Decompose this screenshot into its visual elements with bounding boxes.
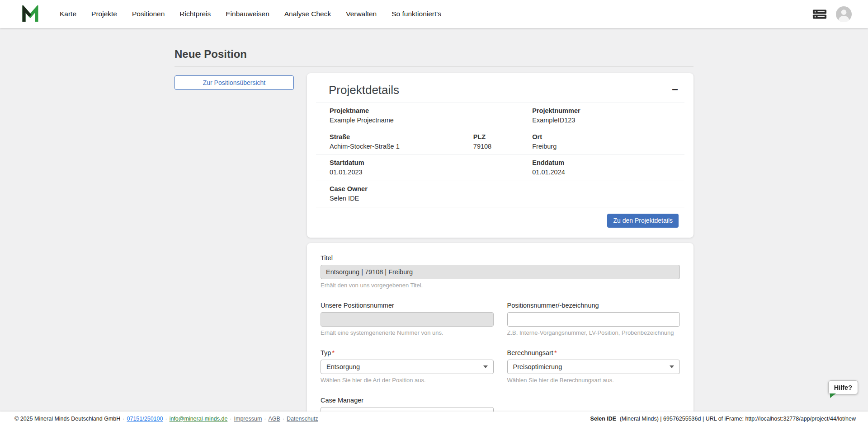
right-column: Projektdetails − Projektname Example Pro… — [307, 73, 693, 412]
positionsnummer-input[interactable] — [507, 312, 680, 327]
position-form-card: Titel Erhält den von uns vorgegebenen Ti… — [307, 243, 693, 412]
to-project-details-button[interactable]: Zu den Projektdetails — [607, 214, 679, 228]
berechnungsart-label: Berechnungsart* — [507, 349, 680, 356]
berechnungsart-group: Berechnungsart* Preisoptimierung Wählen … — [507, 349, 680, 384]
footer-separator: · — [283, 416, 284, 422]
email-link[interactable]: info@mineral-minds.de — [170, 416, 228, 422]
field-ort: Ort Freiburg — [519, 129, 684, 155]
typ-hint: Wählen Sie hier die Art der Position aus… — [321, 377, 494, 384]
field-plz: PLZ 79108 — [460, 129, 519, 155]
help-button[interactable]: Hilfe? — [828, 380, 858, 394]
case-manager-input[interactable] — [321, 407, 494, 412]
nav-item-projekte[interactable]: Projekte — [91, 10, 117, 18]
case-manager-label: Case Manager — [321, 397, 494, 404]
field-projektname: Projektname Example Projectname — [316, 103, 519, 129]
nav-item-so-funktionierts[interactable]: So funktioniert's — [392, 10, 441, 18]
required-asterisk: * — [554, 349, 557, 356]
nav-item-positionen[interactable]: Positionen — [132, 10, 165, 18]
footer-separator: · — [123, 416, 124, 422]
footer-left: © 2025 Mineral Minds Deutschland GmbH · … — [14, 416, 318, 422]
table-row: Straße Achim-Stocker-Straße 1 PLZ 79108 … — [316, 129, 684, 155]
top-navbar: Karte Projekte Positionen Richtpreis Ein… — [0, 0, 868, 28]
main-content: Neue Position Zur Positionsübersicht Pro… — [0, 28, 868, 412]
field-projektnummer: Projektnummer ExampleID123 — [519, 103, 684, 129]
positionsnummer-group: Positionsnummer/-bezeichnung Z.B. Intern… — [507, 302, 680, 336]
left-column: Zur Positionsübersicht — [175, 73, 294, 90]
page-title: Neue Position — [175, 48, 693, 61]
footer-separator: · — [264, 416, 266, 422]
nav-item-einbauweisen[interactable]: Einbauweisen — [226, 10, 269, 18]
agb-link[interactable]: AGB — [269, 416, 280, 422]
berechnungsart-hint: Wählen Sie hier die Berechnungsart aus. — [507, 377, 680, 384]
session-user: Selen IDE — [590, 416, 617, 422]
server-icon[interactable] — [812, 9, 827, 19]
project-card-title: Projektdetails — [329, 83, 399, 97]
chevron-down-icon — [670, 365, 674, 368]
nav-item-richtpreis[interactable]: Richtpreis — [179, 10, 211, 18]
unsere-positionsnummer-label: Unsere Positionsnummer — [321, 302, 494, 309]
table-row: Projektname Example Projectname Projektn… — [316, 103, 684, 129]
copyright-text: © 2025 Mineral Minds Deutschland GmbH — [14, 416, 120, 422]
positionsnummer-label: Positionsnummer/-bezeichnung — [507, 302, 680, 309]
titel-label: Titel — [321, 254, 680, 262]
user-avatar-icon[interactable] — [836, 6, 852, 22]
footer: © 2025 Mineral Minds Deutschland GmbH · … — [0, 412, 868, 426]
impressum-link[interactable]: Impressum — [234, 416, 262, 422]
project-details-card: Projektdetails − Projektname Example Pro… — [307, 73, 693, 238]
help-button-label: Hilfe? — [834, 384, 852, 391]
positionsnummer-hint: Z.B. Interne-Vorgangsnummer, LV-Position… — [507, 329, 680, 336]
required-asterisk: * — [332, 349, 335, 356]
navbar-right — [812, 6, 852, 22]
nav-item-karte[interactable]: Karte — [60, 10, 76, 18]
project-details-table: Projektname Example Projectname Projektn… — [316, 103, 684, 207]
typ-group: Typ* Entsorgung Wählen Sie hier die Art … — [321, 349, 494, 384]
chevron-down-icon — [483, 365, 488, 368]
typ-label: Typ* — [321, 349, 494, 356]
footer-separator: · — [165, 416, 167, 422]
mineral-minds-logo-icon — [22, 5, 42, 23]
field-enddatum: Enddatum 01.01.2024 — [519, 155, 684, 181]
unsere-positionsnummer-group: Unsere Positionsnummer Erhält eine syste… — [321, 302, 494, 336]
table-row: Case Owner Selen IDE — [316, 181, 684, 207]
footer-right: Selen IDE (Mineral Minds) | 69576255536d… — [590, 416, 856, 422]
collapse-card-button[interactable]: − — [670, 83, 680, 96]
typ-select-value: Entsorgung — [326, 363, 360, 370]
phone-link[interactable]: 07151/250100 — [127, 416, 163, 422]
berechnungsart-select-value: Preisoptimierung — [513, 363, 562, 370]
back-to-positions-button[interactable]: Zur Positionsübersicht — [175, 75, 294, 90]
unsere-positionsnummer-hint: Erhält eine systemgenerierte Nummer von … — [321, 329, 494, 336]
table-row: Startdatum 01.01.2023 Enddatum 01.01.202… — [316, 155, 684, 181]
title-divider — [175, 66, 693, 67]
field-case-owner: Case Owner Selen IDE — [316, 181, 684, 207]
titel-input — [321, 265, 680, 279]
nav-item-analyse-check[interactable]: Analyse Check — [284, 10, 331, 18]
datenschutz-link[interactable]: Datenschutz — [287, 416, 318, 422]
app-logo[interactable] — [22, 5, 42, 23]
nav-item-verwalten[interactable]: Verwalten — [346, 10, 377, 18]
field-startdatum: Startdatum 01.01.2023 — [316, 155, 519, 181]
titel-hint: Erhält den von uns vorgegebenen Titel. — [321, 282, 680, 289]
titel-group: Titel Erhält den von uns vorgegebenen Ti… — [321, 254, 680, 289]
session-info: (Mineral Minds) | 69576255536d | URL of … — [620, 416, 856, 422]
field-strasse: Straße Achim-Stocker-Straße 1 — [316, 129, 460, 155]
unsere-positionsnummer-input — [321, 312, 494, 327]
typ-select[interactable]: Entsorgung — [321, 360, 494, 374]
main-nav: Karte Projekte Positionen Richtpreis Ein… — [60, 10, 441, 18]
footer-separator: · — [230, 416, 231, 422]
berechnungsart-select[interactable]: Preisoptimierung — [507, 360, 680, 374]
case-manager-group: Case Manager — [321, 397, 494, 412]
